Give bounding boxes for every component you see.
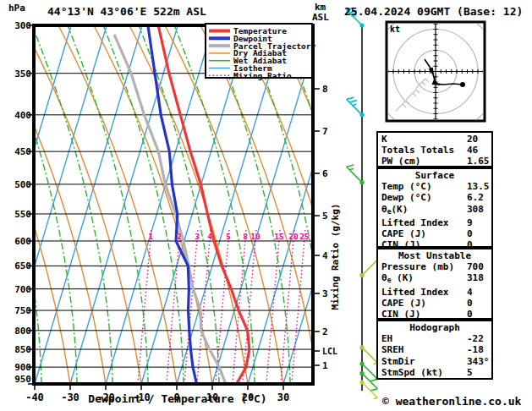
pressure-tick-label: 700 [14, 284, 31, 295]
pressure-tick-label: 450 [14, 146, 31, 157]
km-tick-label: 1 [322, 360, 328, 371]
mixing-ratio-label: 10 [250, 232, 261, 241]
mixing-ratio-label: 2 [177, 232, 182, 241]
row-value: 0 [467, 309, 473, 320]
hodograph-unit-label: kt [390, 25, 400, 34]
row-value: 343° [467, 356, 490, 367]
row-label: θe (K) [381, 272, 414, 283]
row-label: Temp (°C) [381, 181, 432, 192]
km-tick-label: 7 [322, 126, 328, 137]
mixing-ratio-label: 20 [288, 232, 299, 241]
mixing-ratio-label: 8 [243, 232, 248, 241]
row-label: Lifted Index [381, 287, 448, 298]
row-value: 0 [467, 298, 473, 309]
pressure-axis-unit: hPa [8, 3, 25, 14]
watermark: © weatheronline.co.uk [382, 395, 521, 408]
pressure-tick-label: 750 [14, 305, 31, 316]
km-tick-label: LCL [322, 347, 337, 356]
panel-row: CIN (J)0 [381, 309, 491, 320]
panel-title: Hodograph [381, 322, 491, 333]
panel-title: Surface [381, 170, 491, 181]
panel-row: SREH-18 [381, 344, 491, 355]
index-panel-most-unstable: Most UnstablePressure (mb)700θe (K)318Li… [376, 248, 493, 320]
row-value: 318 [467, 272, 484, 283]
row-label: θe(K) [381, 204, 408, 215]
row-label: Dewp (°C) [381, 192, 432, 203]
panel-row: EH-22 [381, 333, 491, 344]
mixing-ratio-line [243, 230, 256, 382]
row-label: Lifted Index [381, 217, 448, 228]
mixing-ratio-label: 1 [148, 232, 153, 241]
row-value: 700 [467, 261, 484, 272]
legend-label: Mixing Ratio [233, 71, 292, 80]
km-tick-label: 5 [322, 211, 328, 222]
panel-row: StmSpd (kt)5 [381, 367, 491, 378]
panel-row: Lifted Index9 [381, 217, 491, 228]
row-value: 308 [467, 204, 484, 215]
mixing-ratio-label: 15 [274, 232, 284, 241]
panel-row: Pressure (mb)700 [381, 261, 491, 272]
row-label: CIN (J) [381, 309, 420, 320]
panel-row: Dewp (°C)6.2 [381, 192, 491, 203]
pressure-tick-label: 850 [14, 344, 31, 355]
temp-tick-label: -40 [25, 392, 44, 403]
row-value: 0 [467, 228, 473, 239]
station-title: 44°13'N 43°06'E 522m ASL [47, 5, 206, 18]
legend: TemperatureDewpointParcel TrajectoryDry … [206, 24, 316, 80]
panel-row: CAPE (J)0 [381, 298, 491, 309]
row-label: StmSpd (kt) [381, 367, 443, 378]
row-value: 4 [467, 287, 473, 298]
skewt-screenshot: 3003504004505005506006507007508008509009… [0, 0, 532, 411]
row-value: 5 [467, 367, 473, 378]
panel-row: K20 [381, 134, 491, 145]
panel-row: Lifted Index4 [381, 287, 491, 298]
row-value: 1.65 [467, 156, 490, 167]
row-label: SREH [381, 344, 404, 355]
pressure-tick-label: 350 [14, 68, 31, 79]
panel-title: Most Unstable [381, 250, 491, 261]
panel-row: Temp (°C)13.5 [381, 181, 491, 192]
hodograph-end-dot [460, 82, 465, 87]
panel-row: PW (cm)1.65 [381, 156, 491, 167]
panel-row: Totals Totals46 [381, 145, 491, 156]
pressure-tick-label: 800 [14, 326, 31, 337]
row-label: Pressure (mb) [381, 261, 454, 272]
row-label: PW (cm) [381, 156, 420, 167]
km-axis-unit-line2: ASL [312, 12, 329, 23]
index-panel-surface: SurfaceTemp (°C)13.5Dewp (°C)6.2θe(K)308… [376, 167, 493, 248]
panel-row: StmDir343° [381, 356, 491, 367]
row-label: CAPE (J) [381, 298, 426, 309]
row-value: 6.2 [467, 192, 484, 203]
pressure-tick-label: 500 [14, 179, 31, 190]
km-tick-label: 4 [322, 250, 328, 261]
row-value: -18 [467, 344, 484, 355]
pressure-tick-label: 600 [14, 236, 31, 247]
row-value: 46 [467, 145, 478, 156]
pressure-tick-label: 400 [14, 110, 31, 121]
km-tick-label: 3 [322, 288, 328, 299]
pressure-tick-label: 650 [14, 260, 31, 271]
panel-row: θe(K)308 [381, 204, 491, 217]
pressure-tick-label: 300 [14, 20, 31, 31]
pressure-tick-label: 950 [14, 374, 31, 385]
km-tick-label: 8 [322, 84, 328, 95]
wet-adiabat-line [0, 25, 6, 384]
temp-axis-label: Dewpoint / Temperature (°C) [51, 392, 304, 405]
panel-row: CAPE (J)0 [381, 228, 491, 239]
row-label: K [381, 134, 387, 145]
mixing-ratio-label: 3 [195, 232, 200, 241]
pressure-tick-label: 550 [14, 209, 31, 220]
km-tick-label: 2 [322, 326, 328, 337]
row-label: Totals Totals [381, 145, 454, 156]
row-value: 9 [467, 217, 473, 228]
mixing-ratio-line [292, 230, 305, 382]
km-tick-label: 6 [322, 168, 328, 179]
row-label: CAPE (J) [381, 228, 426, 239]
mixing-ratio-label: 4 [207, 232, 212, 241]
row-value: 13.5 [467, 181, 490, 192]
index-panel-hodograph: HodographEH-22SREH-18StmDir343°StmSpd (k… [376, 320, 493, 380]
row-label: StmDir [381, 356, 415, 367]
row-value: 20 [467, 134, 478, 145]
wind-barb-column [347, 8, 380, 398]
mixing-ratio-label: 25 [299, 232, 310, 241]
